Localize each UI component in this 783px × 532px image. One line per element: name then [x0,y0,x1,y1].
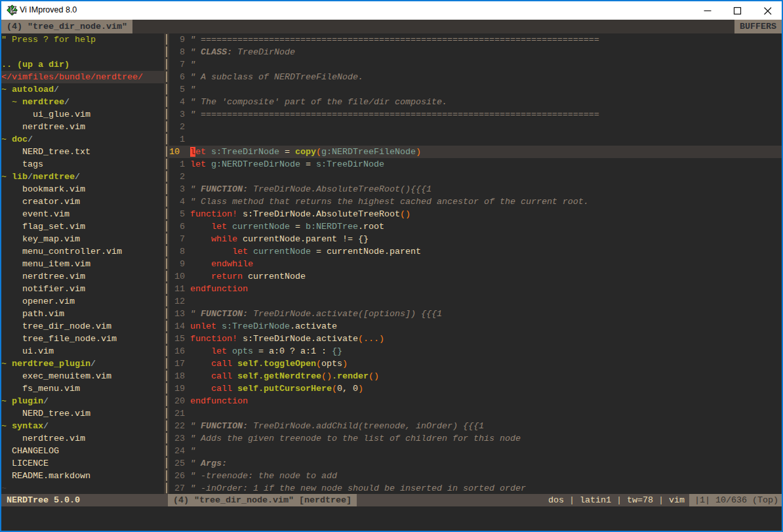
svg-text:im: im [12,10,16,14]
